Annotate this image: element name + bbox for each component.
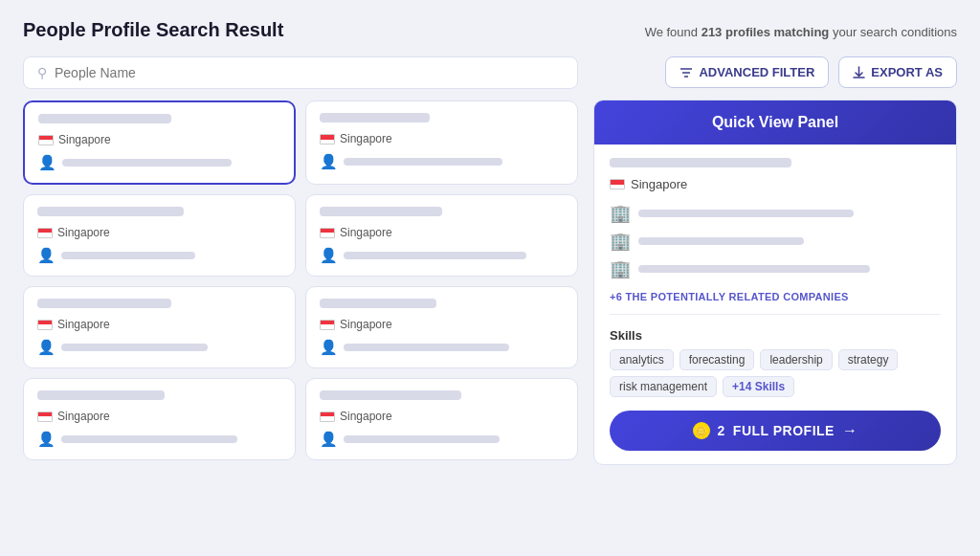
card-name-bar xyxy=(37,299,171,308)
card-meta: 👤 xyxy=(38,154,280,171)
meta-bar xyxy=(61,344,208,351)
meta-bar xyxy=(344,158,502,166)
card-location: Singapore xyxy=(37,318,281,331)
flag-singapore xyxy=(320,134,335,145)
flag-singapore xyxy=(38,135,54,145)
profile-card[interactable]: Singapore 👤 xyxy=(23,286,296,368)
meta-bar xyxy=(344,252,526,259)
flag-singapore xyxy=(610,179,625,189)
card-meta: 👤 xyxy=(37,339,281,356)
meta-bar xyxy=(62,159,232,167)
page-title: People Profile Search Result xyxy=(23,19,283,41)
search-bar[interactable]: ⚲ xyxy=(23,56,578,89)
page-wrapper: People Profile Search Result We found 21… xyxy=(0,0,980,556)
skill-tag[interactable]: analytics xyxy=(610,349,674,370)
flag-singapore xyxy=(320,411,335,422)
person-icon: 👤 xyxy=(38,154,56,171)
card-name-bar xyxy=(37,207,184,216)
profile-card[interactable]: Singapore 👤 xyxy=(23,378,296,460)
card-location: Singapore xyxy=(320,318,564,331)
card-name-bar xyxy=(38,114,171,123)
skill-tag[interactable]: forecasting xyxy=(679,349,755,370)
filter-icon xyxy=(679,66,693,79)
meta-bar xyxy=(61,252,195,259)
meta-bar xyxy=(344,435,500,443)
building-icon: 🏢 xyxy=(610,203,631,224)
building-icon: 🏢 xyxy=(610,231,631,252)
flag-singapore xyxy=(320,228,335,238)
flag-singapore xyxy=(37,320,53,330)
company-row: 🏢 xyxy=(610,203,941,224)
profile-card[interactable]: Singapore 👤 xyxy=(23,100,296,185)
export-button[interactable]: EXPORT AS xyxy=(838,56,957,88)
card-location: Singapore xyxy=(38,133,280,146)
qvp-companies: 🏢 🏢 🏢 xyxy=(610,203,941,279)
skill-tag[interactable]: strategy xyxy=(838,349,899,370)
profile-btn-prefix: 2 xyxy=(718,423,725,438)
card-location: Singapore xyxy=(320,410,564,423)
card-name-bar xyxy=(320,113,430,122)
card-location: Singapore xyxy=(320,132,564,145)
card-meta: 👤 xyxy=(320,431,564,448)
card-location: Singapore xyxy=(37,410,281,423)
card-name-bar xyxy=(320,207,442,216)
result-count: We found 213 profiles matching your sear… xyxy=(645,25,957,39)
quick-view-panel-header: Quick View Panel xyxy=(594,100,956,145)
export-icon xyxy=(853,66,865,79)
advanced-filter-button[interactable]: ADVANCED FILTER xyxy=(665,56,829,88)
card-location: Singapore xyxy=(320,226,564,239)
search-input[interactable] xyxy=(55,65,564,80)
card-meta: 👤 xyxy=(320,247,564,264)
skills-section: Skills analytics forecasting leadership … xyxy=(610,326,941,397)
profile-card[interactable]: Singapore 👤 xyxy=(305,286,578,368)
meta-bar xyxy=(61,435,237,443)
card-meta: 👤 xyxy=(37,431,281,448)
card-location: Singapore xyxy=(37,226,281,239)
person-icon: 👤 xyxy=(37,247,56,264)
quick-view-panel: Quick View Panel Singapore 🏢 🏢 xyxy=(593,100,957,465)
profile-card[interactable]: Singapore 👤 xyxy=(23,194,296,277)
top-actions: ADVANCED FILTER EXPORT AS xyxy=(593,56,957,88)
company-bar xyxy=(638,265,870,273)
skill-tag[interactable]: risk management xyxy=(610,376,717,397)
quick-view-panel-body: Singapore 🏢 🏢 🏢 xyxy=(594,145,956,464)
flag-singapore xyxy=(320,320,335,330)
person-icon: 👤 xyxy=(37,431,56,448)
card-name-bar xyxy=(37,390,165,400)
skill-tag[interactable]: leadership xyxy=(760,349,832,370)
left-panel: ⚲ Singapore 👤 xyxy=(23,56,578,465)
search-icon: ⚲ xyxy=(37,65,47,80)
person-icon: 👤 xyxy=(320,247,338,264)
company-row: 🏢 xyxy=(610,231,941,252)
card-name-bar xyxy=(320,299,436,308)
profile-card[interactable]: Singapore 👤 xyxy=(305,194,578,277)
company-bar xyxy=(638,237,804,245)
person-icon: 👤 xyxy=(320,431,338,448)
cards-grid: Singapore 👤 Singapore 👤 xyxy=(23,100,578,460)
coin-icon: 🪙 xyxy=(693,422,710,439)
flag-singapore xyxy=(37,228,53,238)
profile-card[interactable]: Singapore 👤 xyxy=(305,378,578,460)
company-row: 🏢 xyxy=(610,258,941,279)
person-icon: 👤 xyxy=(320,339,338,356)
flag-singapore xyxy=(37,411,53,422)
arrow-right-icon: → xyxy=(842,422,858,439)
card-meta: 👤 xyxy=(320,339,564,356)
skills-tags: analytics forecasting leadership strateg… xyxy=(610,349,941,397)
skills-more-button[interactable]: +14 Skills xyxy=(723,376,794,397)
profile-card[interactable]: Singapore 👤 xyxy=(305,100,578,185)
divider xyxy=(610,314,941,315)
main-content: ⚲ Singapore 👤 xyxy=(23,56,957,465)
full-profile-label: FULL PROFILE xyxy=(733,423,835,438)
right-panel: ADVANCED FILTER EXPORT AS Quick View Pan… xyxy=(593,56,957,465)
full-profile-button[interactable]: 🪙 2 FULL PROFILE → xyxy=(610,411,941,451)
skills-label: Skills xyxy=(610,328,642,343)
person-icon: 👤 xyxy=(320,153,338,170)
card-meta: 👤 xyxy=(320,153,564,170)
meta-bar xyxy=(344,344,509,351)
header-row: People Profile Search Result We found 21… xyxy=(23,19,957,41)
company-bar xyxy=(638,210,854,217)
qvp-name-bar xyxy=(610,158,791,167)
related-companies-label[interactable]: +6 THE POTENTIALLY RELATED COMPANIES xyxy=(610,291,941,302)
card-meta: 👤 xyxy=(37,247,281,264)
